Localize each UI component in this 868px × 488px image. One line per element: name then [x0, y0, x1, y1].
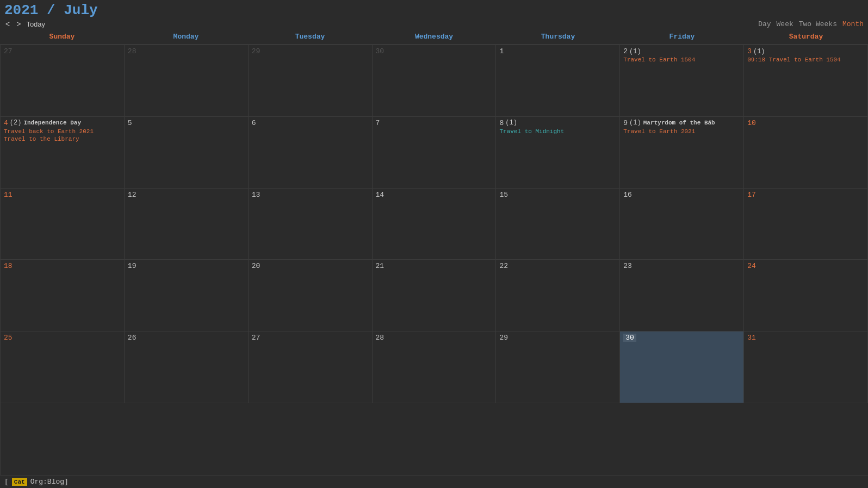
- calendar-grid: 27 28 29 30 1 2 (1) Travel to Earth 1504…: [0, 45, 868, 475]
- table-row[interactable]: 3 (1) 09:18 Travel to Earth 1504: [744, 45, 868, 117]
- header-monday: Monday: [124, 29, 248, 44]
- table-row[interactable]: 2 (1) Travel to Earth 1504: [620, 45, 744, 117]
- table-row[interactable]: 12: [125, 189, 249, 260]
- footer-text: Org:Blog]: [30, 478, 69, 486]
- table-row[interactable]: 29: [496, 331, 620, 403]
- table-row[interactable]: 13: [249, 189, 373, 260]
- page-title: 2021 / July: [4, 2, 98, 18]
- table-row[interactable]: 10: [744, 117, 868, 189]
- footer-badge[interactable]: Cat: [12, 478, 27, 486]
- table-row[interactable]: 26: [125, 331, 249, 403]
- header-saturday: Saturday: [744, 29, 868, 44]
- days-header: Sunday Monday Tuesday Wednesday Thursday…: [0, 29, 868, 45]
- header-friday: Friday: [620, 29, 744, 44]
- table-row[interactable]: 25: [1, 331, 125, 403]
- view-day[interactable]: Day: [758, 20, 771, 28]
- table-row[interactable]: 7: [373, 117, 497, 189]
- header-thursday: Thursday: [496, 29, 620, 44]
- table-row[interactable]: 17: [744, 189, 868, 260]
- next-button[interactable]: >: [15, 20, 22, 28]
- view-week[interactable]: Week: [777, 20, 793, 28]
- header-wednesday: Wednesday: [372, 29, 496, 44]
- table-row[interactable]: 30: [373, 45, 497, 117]
- bracket-open: [: [4, 478, 9, 486]
- table-row[interactable]: 19: [125, 260, 249, 331]
- table-row[interactable]: 27: [1, 45, 125, 117]
- table-row[interactable]: 16: [620, 189, 744, 260]
- table-row[interactable]: 9 (1) Martyrdom of the Báb Travel to Ear…: [620, 117, 744, 189]
- table-row[interactable]: 28: [373, 331, 497, 403]
- table-row[interactable]: 8 (1) Travel to Midnight: [496, 117, 620, 189]
- prev-button[interactable]: <: [4, 20, 11, 28]
- table-row[interactable]: 5: [125, 117, 249, 189]
- table-row[interactable]: 6: [249, 117, 373, 189]
- table-row[interactable]: 20: [249, 260, 373, 331]
- table-row[interactable]: 27: [249, 331, 373, 403]
- table-row[interactable]: 14: [373, 189, 497, 260]
- table-row[interactable]: 4 (2) Independence Day Travel back to Ea…: [1, 117, 125, 189]
- footer: [ Cat Org:Blog]: [0, 475, 868, 488]
- header-tuesday: Tuesday: [248, 29, 372, 44]
- table-row[interactable]: 23: [620, 260, 744, 331]
- table-row[interactable]: 21: [373, 260, 497, 331]
- table-row[interactable]: 22: [496, 260, 620, 331]
- table-row[interactable]: 24: [744, 260, 868, 331]
- table-row[interactable]: 29: [249, 45, 373, 117]
- calendar: Sunday Monday Tuesday Wednesday Thursday…: [0, 29, 868, 475]
- view-switcher: Day Week Two Weeks Month: [758, 20, 864, 28]
- table-row[interactable]: 28: [125, 45, 249, 117]
- header-sunday: Sunday: [0, 29, 124, 44]
- view-two-weeks[interactable]: Two Weeks: [799, 20, 837, 28]
- table-row[interactable]: 1: [496, 45, 620, 117]
- today-cell[interactable]: 30: [620, 331, 744, 403]
- today-button[interactable]: Today: [26, 20, 45, 28]
- view-month[interactable]: Month: [842, 20, 864, 28]
- table-row[interactable]: 18: [1, 260, 125, 331]
- table-row[interactable]: 15: [496, 189, 620, 260]
- table-row[interactable]: 31: [744, 331, 868, 403]
- table-row[interactable]: 11: [1, 189, 125, 260]
